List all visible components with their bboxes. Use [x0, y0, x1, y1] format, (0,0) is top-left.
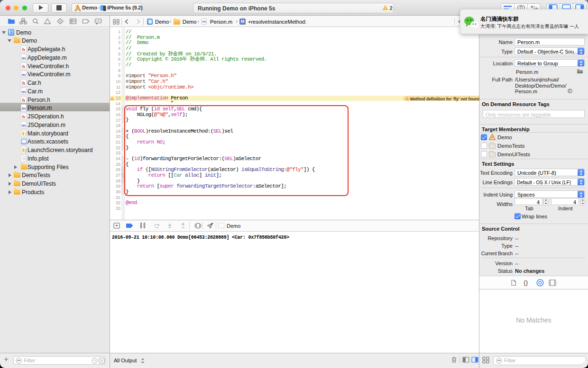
svg-text:!: ! [406, 97, 407, 100]
svg-text:!: ! [385, 6, 386, 10]
